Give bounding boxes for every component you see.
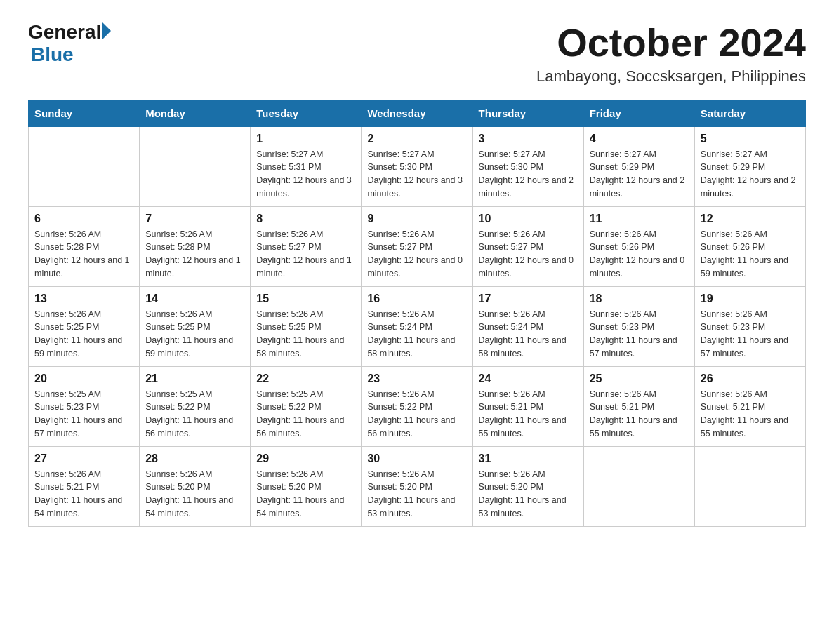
day-info: Sunrise: 5:26 AMSunset: 5:24 PMDaylight:… bbox=[479, 308, 578, 361]
table-row: 13Sunrise: 5:26 AMSunset: 5:25 PMDayligh… bbox=[29, 286, 140, 366]
table-row: 18Sunrise: 5:26 AMSunset: 5:23 PMDayligh… bbox=[583, 286, 694, 366]
table-row: 29Sunrise: 5:26 AMSunset: 5:20 PMDayligh… bbox=[251, 446, 362, 526]
day-number: 17 bbox=[479, 293, 578, 305]
header-wednesday: Wednesday bbox=[362, 100, 472, 126]
day-number: 10 bbox=[479, 213, 578, 225]
calendar-week-row: 27Sunrise: 5:26 AMSunset: 5:21 PMDayligh… bbox=[29, 446, 806, 526]
header-monday: Monday bbox=[140, 100, 251, 126]
table-row: 20Sunrise: 5:25 AMSunset: 5:23 PMDayligh… bbox=[29, 366, 140, 446]
header-sunday: Sunday bbox=[29, 100, 140, 126]
day-info: Sunrise: 5:26 AMSunset: 5:20 PMDaylight:… bbox=[367, 468, 466, 521]
day-number: 25 bbox=[590, 373, 689, 385]
day-info: Sunrise: 5:26 AMSunset: 5:23 PMDaylight:… bbox=[701, 308, 800, 361]
location-subtitle: Lambayong, Soccsksargen, Philippines bbox=[536, 67, 806, 86]
day-number: 29 bbox=[256, 452, 355, 465]
table-row: 8Sunrise: 5:26 AMSunset: 5:27 PMDaylight… bbox=[251, 206, 362, 286]
day-info: Sunrise: 5:26 AMSunset: 5:28 PMDaylight:… bbox=[145, 228, 244, 281]
day-number: 23 bbox=[367, 373, 466, 385]
calendar-week-row: 1Sunrise: 5:27 AMSunset: 5:31 PMDaylight… bbox=[29, 126, 806, 206]
logo-area: General Blue bbox=[28, 21, 111, 66]
day-info: Sunrise: 5:26 AMSunset: 5:28 PMDaylight:… bbox=[34, 228, 133, 281]
day-info: Sunrise: 5:26 AMSunset: 5:21 PMDaylight:… bbox=[701, 388, 800, 441]
day-number: 11 bbox=[590, 213, 689, 225]
table-row: 30Sunrise: 5:26 AMSunset: 5:20 PMDayligh… bbox=[362, 446, 472, 526]
day-info: Sunrise: 5:27 AMSunset: 5:29 PMDaylight:… bbox=[701, 148, 800, 201]
day-info: Sunrise: 5:26 AMSunset: 5:21 PMDaylight:… bbox=[479, 388, 578, 441]
table-row: 24Sunrise: 5:26 AMSunset: 5:21 PMDayligh… bbox=[472, 366, 583, 446]
logo-blue-text: Blue bbox=[31, 43, 74, 65]
calendar-week-row: 20Sunrise: 5:25 AMSunset: 5:23 PMDayligh… bbox=[29, 366, 806, 446]
day-number: 19 bbox=[701, 293, 800, 305]
day-number: 14 bbox=[145, 293, 244, 305]
table-row: 19Sunrise: 5:26 AMSunset: 5:23 PMDayligh… bbox=[694, 286, 805, 366]
day-info: Sunrise: 5:25 AMSunset: 5:22 PMDaylight:… bbox=[256, 388, 355, 441]
table-row: 2Sunrise: 5:27 AMSunset: 5:30 PMDaylight… bbox=[362, 126, 472, 206]
calendar-week-row: 13Sunrise: 5:26 AMSunset: 5:25 PMDayligh… bbox=[29, 286, 806, 366]
day-number: 6 bbox=[34, 213, 133, 225]
table-row: 26Sunrise: 5:26 AMSunset: 5:21 PMDayligh… bbox=[694, 366, 805, 446]
day-info: Sunrise: 5:26 AMSunset: 5:21 PMDaylight:… bbox=[590, 388, 689, 441]
table-row: 27Sunrise: 5:26 AMSunset: 5:21 PMDayligh… bbox=[29, 446, 140, 526]
table-row: 4Sunrise: 5:27 AMSunset: 5:29 PMDaylight… bbox=[583, 126, 694, 206]
day-number: 22 bbox=[256, 373, 355, 385]
day-number: 15 bbox=[256, 293, 355, 305]
day-info: Sunrise: 5:26 AMSunset: 5:26 PMDaylight:… bbox=[590, 228, 689, 281]
table-row: 9Sunrise: 5:26 AMSunset: 5:27 PMDaylight… bbox=[362, 206, 472, 286]
day-number: 20 bbox=[34, 373, 133, 385]
day-info: Sunrise: 5:25 AMSunset: 5:23 PMDaylight:… bbox=[34, 388, 133, 441]
day-number: 21 bbox=[145, 373, 244, 385]
table-row: 10Sunrise: 5:26 AMSunset: 5:27 PMDayligh… bbox=[472, 206, 583, 286]
day-info: Sunrise: 5:26 AMSunset: 5:27 PMDaylight:… bbox=[479, 228, 578, 281]
header-tuesday: Tuesday bbox=[251, 100, 362, 126]
day-number: 3 bbox=[479, 133, 578, 145]
day-number: 1 bbox=[256, 133, 355, 145]
calendar-week-row: 6Sunrise: 5:26 AMSunset: 5:28 PMDaylight… bbox=[29, 206, 806, 286]
table-row: 28Sunrise: 5:26 AMSunset: 5:20 PMDayligh… bbox=[140, 446, 251, 526]
day-info: Sunrise: 5:26 AMSunset: 5:27 PMDaylight:… bbox=[256, 228, 355, 281]
table-row bbox=[694, 446, 805, 526]
day-info: Sunrise: 5:26 AMSunset: 5:23 PMDaylight:… bbox=[590, 308, 689, 361]
day-info: Sunrise: 5:27 AMSunset: 5:30 PMDaylight:… bbox=[479, 148, 578, 201]
day-info: Sunrise: 5:25 AMSunset: 5:22 PMDaylight:… bbox=[145, 388, 244, 441]
day-number: 13 bbox=[34, 293, 133, 305]
table-row: 22Sunrise: 5:25 AMSunset: 5:22 PMDayligh… bbox=[251, 366, 362, 446]
table-row bbox=[29, 126, 140, 206]
table-row: 15Sunrise: 5:26 AMSunset: 5:25 PMDayligh… bbox=[251, 286, 362, 366]
day-info: Sunrise: 5:26 AMSunset: 5:25 PMDaylight:… bbox=[145, 308, 244, 361]
day-number: 27 bbox=[34, 452, 133, 465]
day-info: Sunrise: 5:26 AMSunset: 5:20 PMDaylight:… bbox=[145, 468, 244, 521]
table-row: 14Sunrise: 5:26 AMSunset: 5:25 PMDayligh… bbox=[140, 286, 251, 366]
table-row: 16Sunrise: 5:26 AMSunset: 5:24 PMDayligh… bbox=[362, 286, 472, 366]
day-number: 12 bbox=[701, 213, 800, 225]
day-number: 30 bbox=[367, 452, 466, 465]
title-area: October 2024 Lambayong, Soccsksargen, Ph… bbox=[536, 21, 806, 86]
table-row: 7Sunrise: 5:26 AMSunset: 5:28 PMDaylight… bbox=[140, 206, 251, 286]
calendar-table: Sunday Monday Tuesday Wednesday Thursday… bbox=[28, 100, 806, 527]
day-info: Sunrise: 5:26 AMSunset: 5:22 PMDaylight:… bbox=[367, 388, 466, 441]
table-row: 11Sunrise: 5:26 AMSunset: 5:26 PMDayligh… bbox=[583, 206, 694, 286]
table-row: 1Sunrise: 5:27 AMSunset: 5:31 PMDaylight… bbox=[251, 126, 362, 206]
table-row bbox=[583, 446, 694, 526]
table-row: 31Sunrise: 5:26 AMSunset: 5:20 PMDayligh… bbox=[472, 446, 583, 526]
day-info: Sunrise: 5:26 AMSunset: 5:27 PMDaylight:… bbox=[367, 228, 466, 281]
day-info: Sunrise: 5:26 AMSunset: 5:25 PMDaylight:… bbox=[256, 308, 355, 361]
day-info: Sunrise: 5:27 AMSunset: 5:30 PMDaylight:… bbox=[367, 148, 466, 201]
day-info: Sunrise: 5:26 AMSunset: 5:26 PMDaylight:… bbox=[701, 228, 800, 281]
day-number: 7 bbox=[145, 213, 244, 225]
logo-triangle-icon bbox=[102, 22, 111, 39]
table-row: 5Sunrise: 5:27 AMSunset: 5:29 PMDaylight… bbox=[694, 126, 805, 206]
day-number: 16 bbox=[367, 293, 466, 305]
table-row: 6Sunrise: 5:26 AMSunset: 5:28 PMDaylight… bbox=[29, 206, 140, 286]
day-number: 26 bbox=[701, 373, 800, 385]
day-info: Sunrise: 5:27 AMSunset: 5:31 PMDaylight:… bbox=[256, 148, 355, 201]
day-number: 31 bbox=[479, 452, 578, 465]
table-row: 23Sunrise: 5:26 AMSunset: 5:22 PMDayligh… bbox=[362, 366, 472, 446]
logo-general-text: General bbox=[28, 21, 101, 43]
header-saturday: Saturday bbox=[694, 100, 805, 126]
day-number: 9 bbox=[367, 213, 466, 225]
day-info: Sunrise: 5:26 AMSunset: 5:24 PMDaylight:… bbox=[367, 308, 466, 361]
page-header: General Blue October 2024 Lambayong, Soc… bbox=[28, 21, 806, 86]
day-info: Sunrise: 5:26 AMSunset: 5:21 PMDaylight:… bbox=[34, 468, 133, 521]
table-row: 21Sunrise: 5:25 AMSunset: 5:22 PMDayligh… bbox=[140, 366, 251, 446]
weekday-header-row: Sunday Monday Tuesday Wednesday Thursday… bbox=[29, 100, 806, 126]
